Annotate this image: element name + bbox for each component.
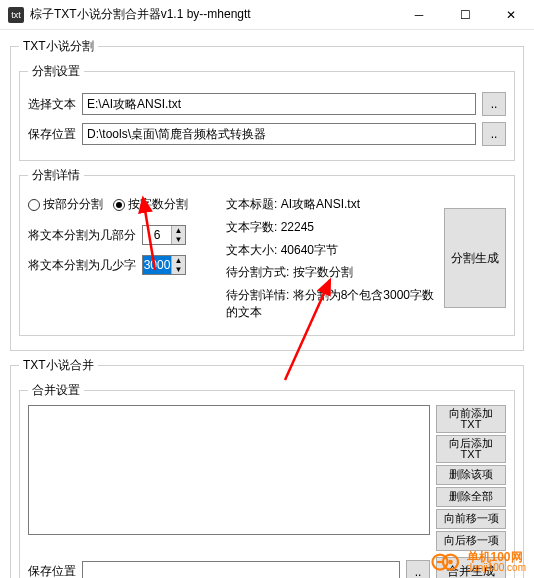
move-up-button[interactable]: 向前移一项	[436, 509, 506, 529]
merge-settings-label: 合并设置	[28, 382, 84, 399]
split-chars-spinner[interactable]: 3000 ▲▼	[142, 255, 186, 275]
merge-save-label: 保存位置	[28, 563, 76, 578]
split-settings-label: 分割设置	[28, 63, 84, 80]
info-mode: 待分割方式: 按字数分割	[226, 264, 436, 281]
split-detail-label: 分割详情	[28, 167, 84, 184]
radio-by-chars[interactable]: 按字数分割	[113, 196, 188, 213]
move-down-button[interactable]: 向后移一项	[436, 531, 506, 551]
radio-icon	[28, 199, 40, 211]
select-text-browse-button[interactable]: ..	[482, 92, 506, 116]
info-title: 文本标题: AI攻略ANSI.txt	[226, 196, 436, 213]
merge-group-label: TXT小说合并	[19, 357, 98, 374]
watermark: 单机100网 danji100.com	[431, 550, 526, 574]
delete-item-button[interactable]: 删除该项	[436, 465, 506, 485]
spinner-up-icon[interactable]: ▲	[172, 226, 185, 235]
info-detail: 待分割详情: 将分割为8个包含3000字数的文本	[226, 287, 436, 321]
select-text-label: 选择文本	[28, 96, 76, 113]
split-parts-spinner[interactable]: 6 ▲▼	[142, 225, 186, 245]
merge-save-input[interactable]	[82, 561, 400, 578]
split-generate-button[interactable]: 分割生成	[444, 208, 506, 308]
split-detail: 分割详情 按部分分割 按字数分割 将文本分割为几部分	[19, 167, 515, 336]
watermark-text2: danji100.com	[467, 563, 526, 573]
append-txt-button[interactable]: 向后添加 TXT	[436, 435, 506, 463]
delete-all-button[interactable]: 删除全部	[436, 487, 506, 507]
close-button[interactable]: ✕	[488, 0, 534, 30]
title-bar: txt 棕子TXT小说分割合并器v1.1 by--mhengtt ─ ☐ ✕	[0, 0, 534, 30]
merge-settings: 合并设置 向前添加 TXT 向后添加 TXT 删除该项 删除全部 向前移一项 向…	[19, 382, 515, 578]
split-group-label: TXT小说分割	[19, 38, 98, 55]
prepend-txt-button[interactable]: 向前添加 TXT	[436, 405, 506, 433]
radio-icon	[113, 199, 125, 211]
window-title: 棕子TXT小说分割合并器v1.1 by--mhengtt	[30, 6, 396, 23]
split-settings: 分割设置 选择文本 E:\AI攻略ANSI.txt .. 保存位置 D:\too…	[19, 63, 515, 161]
info-chars: 文本字数: 22245	[226, 219, 436, 236]
select-text-input[interactable]: E:\AI攻略ANSI.txt	[82, 93, 476, 115]
split-group: TXT小说分割 分割设置 选择文本 E:\AI攻略ANSI.txt .. 保存位…	[10, 38, 524, 351]
radio-by-parts[interactable]: 按部分分割	[28, 196, 103, 213]
save-location-label: 保存位置	[28, 126, 76, 143]
spinner-up-icon[interactable]: ▲	[172, 256, 185, 265]
svg-point-4	[448, 560, 453, 565]
maximize-button[interactable]: ☐	[442, 0, 488, 30]
merge-group: TXT小说合并 合并设置 向前添加 TXT 向后添加 TXT 删除该项 删除全部…	[10, 357, 524, 578]
merge-save-browse-button[interactable]: ..	[406, 560, 430, 578]
split-parts-label: 将文本分割为几部分	[28, 227, 136, 244]
save-location-input[interactable]: D:\tools\桌面\简鹿音频格式转换器	[82, 123, 476, 145]
spinner-down-icon[interactable]: ▼	[172, 235, 185, 244]
spinner-down-icon[interactable]: ▼	[172, 265, 185, 274]
minimize-button[interactable]: ─	[396, 0, 442, 30]
split-chars-label: 将文本分割为几少字	[28, 257, 136, 274]
app-icon: txt	[8, 7, 24, 23]
watermark-logo-icon	[431, 550, 461, 574]
save-location-browse-button[interactable]: ..	[482, 122, 506, 146]
merge-listbox[interactable]	[28, 405, 430, 535]
info-size: 文本大小: 40640字节	[226, 242, 436, 259]
